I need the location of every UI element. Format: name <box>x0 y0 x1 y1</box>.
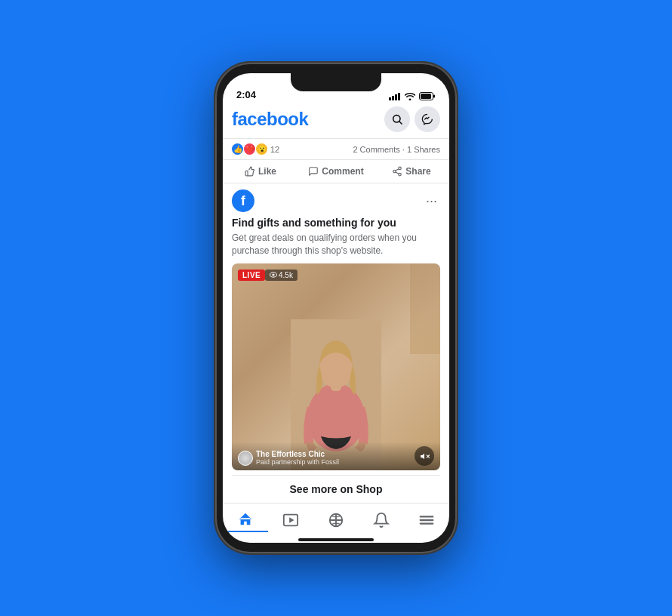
fb-page-avatar: f <box>232 189 254 212</box>
comment-icon <box>308 166 319 177</box>
like-button[interactable]: Like <box>223 162 298 181</box>
svg-point-6 <box>399 173 402 176</box>
viewers-count: 4.5k <box>279 271 293 279</box>
eye-icon <box>270 272 277 278</box>
reaction-stats: 2 Comments · 1 Shares <box>353 145 440 154</box>
nav-marketplace[interactable] <box>313 508 359 532</box>
watch-icon <box>282 512 299 528</box>
facebook-logo: facebook <box>232 109 380 130</box>
messenger-button[interactable] <box>415 106 440 132</box>
status-icons <box>389 92 436 100</box>
bell-icon <box>373 512 390 528</box>
like-emoji: 👍 <box>232 143 243 155</box>
reaction-count: 12 <box>270 145 279 154</box>
channel-subtitle: Paid partnership with Fossil <box>256 458 339 466</box>
live-badge: LIVE <box>238 270 265 281</box>
channel-info: The Effortless Chic Paid partnership wit… <box>238 450 339 466</box>
status-time: 2:04 <box>236 89 256 100</box>
menu-icon <box>418 512 435 528</box>
search-icon <box>391 113 403 125</box>
reaction-emojis: 👍 ❤️ 😮 <box>232 143 267 155</box>
video-overlay: The Effortless Chic Paid partnership wit… <box>232 442 440 470</box>
ad-card: f ··· Find gifts and something for you G… <box>223 183 449 503</box>
share-button[interactable]: Share <box>374 162 449 181</box>
phone-body: 2:04 <box>215 63 457 553</box>
svg-rect-2 <box>433 95 435 98</box>
ad-headline: Find gifts and something for you <box>223 215 449 232</box>
signal-icon <box>389 93 400 100</box>
video-background <box>232 263 440 470</box>
ad-description: Get great deals on qualifying orders whe… <box>223 232 449 263</box>
svg-marker-16 <box>289 517 294 522</box>
wow-emoji: 😮 <box>256 143 267 155</box>
marketplace-icon <box>328 512 344 528</box>
mute-button[interactable] <box>415 446 434 466</box>
like-label: Like <box>258 166 276 177</box>
nav-menu[interactable] <box>404 508 449 532</box>
comment-button[interactable]: Comment <box>298 162 374 181</box>
thumbsup-icon <box>245 166 255 177</box>
love-emoji: ❤️ <box>244 143 255 155</box>
ad-more-options[interactable]: ··· <box>423 193 440 209</box>
home-indicator <box>298 538 374 541</box>
ad-card-header: f ··· <box>223 183 449 215</box>
reactions-bar: 👍 ❤️ 😮 12 2 Comments · 1 Shares <box>223 139 449 160</box>
channel-text: The Effortless Chic Paid partnership wit… <box>256 450 339 466</box>
home-icon <box>237 511 254 528</box>
search-button[interactable] <box>384 106 410 132</box>
share-label: Share <box>405 166 430 177</box>
svg-point-5 <box>393 170 396 173</box>
viewers-badge: 4.5k <box>265 270 297 281</box>
share-icon <box>392 166 402 177</box>
mute-icon <box>420 451 430 461</box>
phone-mockup: 2:04 <box>215 63 457 553</box>
facebook-header: facebook <box>223 103 449 139</box>
phone-notch <box>291 73 381 91</box>
nav-home[interactable] <box>223 508 268 532</box>
messenger-icon <box>421 113 433 125</box>
nav-watch[interactable] <box>268 508 313 532</box>
comment-label: Comment <box>322 166 363 177</box>
wifi-icon <box>405 92 415 100</box>
battery-icon <box>419 92 436 100</box>
phone-screen: 2:04 <box>223 73 449 543</box>
svg-point-12 <box>272 274 274 276</box>
channel-avatar <box>238 451 253 466</box>
channel-name: The Effortless Chic <box>256 450 339 458</box>
svg-point-4 <box>399 167 402 170</box>
video-container[interactable]: LIVE 4.5k The Ef <box>232 263 440 470</box>
see-more-button[interactable]: See more on Shop <box>232 475 440 503</box>
action-bar: Like Comment Share <box>223 160 449 183</box>
nav-notifications[interactable] <box>359 508 404 532</box>
bottom-nav <box>223 503 449 535</box>
svg-rect-1 <box>421 94 431 99</box>
